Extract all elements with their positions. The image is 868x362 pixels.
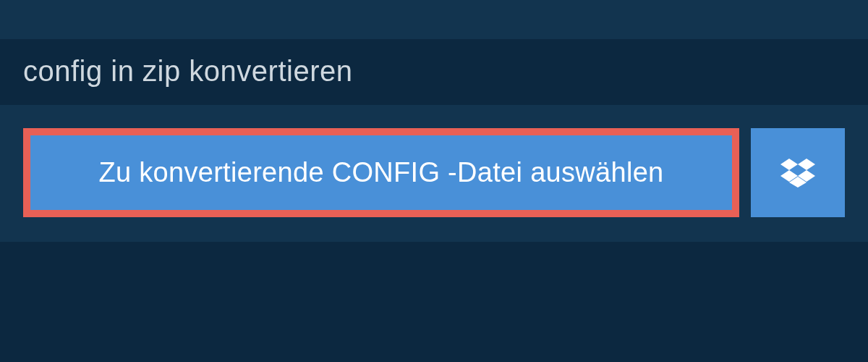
select-file-button-label: Zu konvertierende CONFIG -Datei auswähle… xyxy=(98,157,663,188)
page-title: config in zip konvertieren xyxy=(23,55,352,88)
button-row: Zu konvertierende CONFIG -Datei auswähle… xyxy=(23,128,845,217)
main-panel: Zu konvertierende CONFIG -Datei auswähle… xyxy=(0,105,868,242)
title-bar: config in zip konvertieren xyxy=(0,39,380,105)
dropbox-button[interactable] xyxy=(751,128,845,217)
dropbox-icon xyxy=(780,156,815,190)
select-file-button[interactable]: Zu konvertierende CONFIG -Datei auswähle… xyxy=(23,128,739,217)
top-panel-strip xyxy=(0,0,868,39)
